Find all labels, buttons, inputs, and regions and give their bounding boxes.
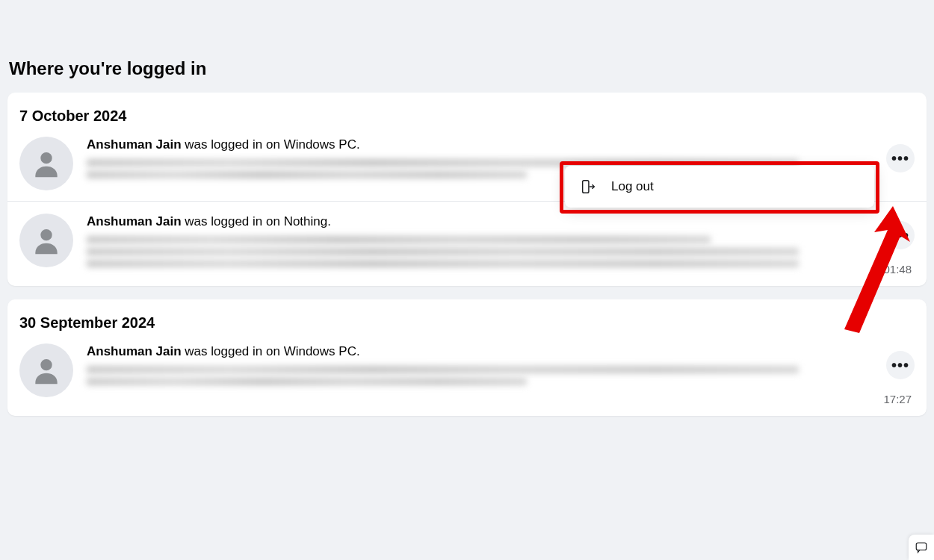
page-title: Where you're logged in [0, 0, 934, 93]
session-row: Anshuman Jain was logged in on Nothing. … [7, 201, 927, 286]
more-options-button[interactable]: ••• [886, 351, 915, 379]
session-title: Anshuman Jain was logged in on Windows P… [87, 137, 859, 153]
corner-widget[interactable] [909, 535, 934, 560]
person-icon [30, 224, 63, 257]
session-time: 01:48 [883, 263, 915, 276]
session-title: Anshuman Jain was logged in on Windows P… [87, 343, 859, 360]
group-date: 7 October 2024 [7, 93, 927, 131]
session-verb: was logged in on [182, 344, 284, 358]
session-details-redacted [87, 366, 820, 385]
svg-point-2 [40, 359, 52, 370]
avatar [19, 343, 73, 397]
svg-point-1 [40, 229, 52, 240]
ellipsis-icon: ••• [891, 228, 909, 243]
group-date: 30 September 2024 [7, 299, 927, 337]
session-user: Anshuman Jain [87, 344, 182, 358]
ellipsis-icon: ••• [891, 358, 909, 373]
more-options-button[interactable]: ••• [886, 144, 915, 172]
svg-rect-3 [583, 181, 589, 193]
session-row: Anshuman Jain was logged in on Windows P… [7, 337, 927, 416]
session-device: Nothing [284, 214, 328, 228]
session-verb: was logged in on [182, 137, 284, 152]
session-main: Anshuman Jain was logged in on Windows P… [87, 343, 859, 390]
session-main: Anshuman Jain was logged in on Nothing. [87, 214, 859, 272]
session-device: Windows PC [284, 344, 356, 358]
person-icon [30, 354, 63, 387]
person-icon [30, 147, 63, 180]
session-verb: was logged in on [182, 214, 284, 228]
session-user: Anshuman Jain [87, 214, 182, 228]
session-device: Windows PC [284, 137, 356, 152]
avatar [19, 137, 73, 190]
more-options-button[interactable]: ••• [886, 221, 915, 249]
session-time: 17:27 [883, 393, 915, 405]
ellipsis-icon: ••• [891, 151, 909, 166]
svg-rect-5 [916, 543, 927, 550]
avatar [19, 214, 73, 267]
session-title: Anshuman Jain was logged in on Nothing. [87, 214, 859, 230]
chat-icon [915, 541, 928, 554]
session-user: Anshuman Jain [87, 137, 182, 152]
session-details-redacted [87, 236, 820, 267]
logout-menu-item[interactable]: Log out [565, 166, 874, 208]
svg-point-0 [40, 152, 52, 164]
session-group: 30 September 2024 Anshuman Jain was logg… [7, 299, 927, 416]
logout-icon [578, 177, 598, 196]
logout-label: Log out [611, 179, 654, 194]
